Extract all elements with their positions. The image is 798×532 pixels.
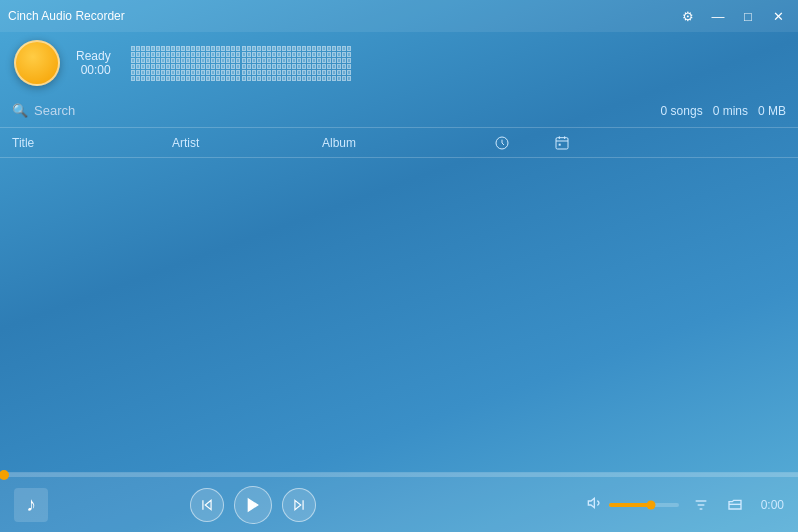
songs-count: 0 songs: [661, 104, 703, 118]
status-block: Ready 00:00: [76, 49, 111, 77]
folder-button[interactable]: [723, 493, 747, 517]
right-controls: 0:00: [587, 493, 784, 517]
settings-button[interactable]: ⚙: [676, 6, 700, 26]
volume-area: [587, 495, 679, 514]
record-button[interactable]: [14, 40, 60, 86]
col-duration-header: [472, 135, 532, 151]
next-button[interactable]: [282, 488, 316, 522]
waveform-display: [131, 43, 784, 83]
minimize-button[interactable]: —: [706, 6, 730, 26]
svg-marker-9: [294, 500, 300, 509]
waveform-left: [131, 46, 240, 81]
filter-button[interactable]: [689, 493, 713, 517]
col-artist-header: Artist: [172, 136, 322, 150]
window-controls: ⚙ — □ ✕: [676, 6, 790, 26]
player-bar: ♪: [0, 472, 798, 532]
waveform-right: [242, 46, 351, 81]
status-label: Ready: [76, 49, 111, 63]
time-display: 0:00: [761, 498, 784, 512]
prev-button[interactable]: [190, 488, 224, 522]
stats-display: 0 songs 0 mins 0 MB: [661, 104, 786, 118]
calendar-icon: [554, 135, 570, 151]
search-bar: 🔍 0 songs 0 mins 0 MB: [0, 94, 798, 128]
clock-icon: [494, 135, 510, 151]
volume-slider[interactable]: [609, 503, 679, 507]
col-date-header: [532, 135, 592, 151]
progress-track[interactable]: [0, 473, 798, 477]
svg-marker-6: [205, 500, 211, 509]
track-list: [0, 158, 798, 472]
top-area: Ready 00:00: [0, 32, 798, 94]
now-playing-icon: ♪: [14, 488, 48, 522]
title-bar: Cinch Audio Recorder ⚙ — □ ✕: [0, 0, 798, 32]
close-button[interactable]: ✕: [766, 6, 790, 26]
transport-controls: [190, 486, 316, 524]
search-icon: 🔍: [12, 103, 28, 118]
search-input[interactable]: [34, 103, 655, 118]
time-label: 00:00: [81, 63, 111, 77]
col-title-header: Title: [12, 136, 172, 150]
mins-count: 0 mins: [713, 104, 748, 118]
column-headers: Title Artist Album: [0, 128, 798, 158]
col-album-header: Album: [322, 136, 472, 150]
volume-thumb: [646, 500, 655, 509]
svg-marker-11: [588, 498, 594, 507]
volume-icon[interactable]: [587, 495, 603, 514]
app-title: Cinch Audio Recorder: [8, 9, 125, 23]
svg-rect-1: [556, 137, 568, 148]
svg-rect-5: [559, 143, 561, 145]
svg-marker-8: [248, 499, 257, 511]
size-count: 0 MB: [758, 104, 786, 118]
maximize-button[interactable]: □: [736, 6, 760, 26]
player-controls: ♪: [0, 477, 798, 532]
volume-fill: [609, 503, 651, 507]
play-button[interactable]: [234, 486, 272, 524]
